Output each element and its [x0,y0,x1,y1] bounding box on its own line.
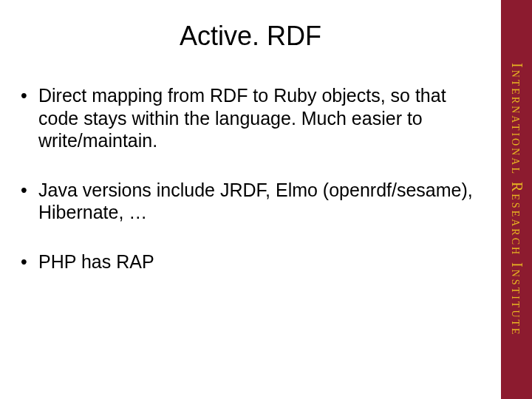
list-item: Java versions include JRDF, Elmo (openrd… [18,179,483,224]
slide-title: Active. RDF [18,21,483,52]
slide-content: Active. RDF Direct mapping from RDF to R… [0,0,501,399]
list-item: PHP has RAP [18,250,483,273]
list-item: Direct mapping from RDF to Ruby objects,… [18,84,483,152]
sidebar-label: International Research Institute [508,63,525,337]
bullet-list: Direct mapping from RDF to Ruby objects,… [18,84,483,273]
sidebar-brand: International Research Institute [501,0,532,399]
